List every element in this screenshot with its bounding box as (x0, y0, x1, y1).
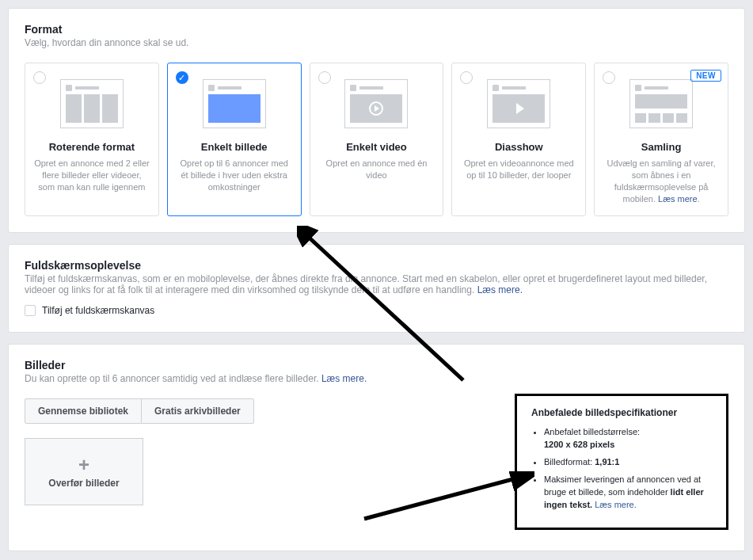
fullscreen-title: Fuldskærmsoplevelse (25, 259, 728, 272)
card-desc: Opret en annonce med én video (318, 158, 435, 181)
card-desc: Opret en annonce med 2 eller flere bille… (33, 158, 150, 193)
thumb-samling (603, 73, 720, 135)
format-card-diasshow[interactable]: Diasshow Opret en videoannonce med op ti… (451, 63, 586, 216)
thumb-enkelt-billede (176, 73, 293, 135)
images-left-col: Gennemse bibliotek Gratis arkivbilleder … (25, 398, 483, 505)
plus-icon: + (78, 455, 89, 474)
images-title: Billeder (25, 359, 728, 371)
specs-heading: Anbefalede billedspecifikationer (531, 407, 712, 418)
stock-images-button[interactable]: Gratis arkivbilleder (142, 398, 254, 424)
card-title: Enkelt billede (176, 141, 293, 153)
format-card-enkelt-video[interactable]: Enkelt video Opret en annonce med én vid… (310, 63, 444, 216)
fullscreen-link-laes-mere[interactable]: Læs mere. (477, 284, 523, 295)
thumb-enkelt-video (318, 73, 435, 135)
card-title: Roterende format (33, 141, 150, 153)
specs-link-laes-mere[interactable]: Læs mere. (595, 500, 637, 509)
radio-icon (33, 71, 46, 84)
fullscreen-checkbox-label: Tilføj et fuldskærmskanvas (42, 305, 154, 316)
images-panel: Billeder Du kan oprette op til 6 annonce… (8, 344, 745, 551)
card-desc: Udvælg en samling af varer, som åbnes i … (603, 158, 720, 204)
checkbox-icon[interactable] (25, 305, 36, 316)
format-title: Format (25, 23, 728, 36)
card-desc: Opret op til 6 annoncer med ét billede i… (176, 158, 293, 193)
new-badge: NEW (690, 70, 721, 82)
images-desc: Du kan oprette op til 6 annoncer samtidi… (25, 373, 728, 384)
specs-list: Anbefalet billedstørrelse: 1200 x 628 pi… (531, 426, 712, 512)
format-card-enkelt-billede[interactable]: ✓ Enkelt billede Opret op til 6 annoncer… (167, 63, 302, 216)
thumb-diasshow (460, 73, 577, 135)
fullscreen-checkbox-row[interactable]: Tilføj et fuldskærmskanvas (25, 305, 728, 316)
upload-label: Overfør billeder (48, 478, 119, 489)
radio-icon (318, 71, 331, 84)
specs-item-size: Anbefalet billedstørrelse: 1200 x 628 pi… (544, 426, 712, 451)
images-body: Gennemse bibliotek Gratis arkivbilleder … (25, 398, 728, 535)
card-link-laes-mere[interactable]: Læs mere (658, 194, 698, 204)
format-panel: Format Vælg, hvordan din annonce skal se… (8, 8, 745, 233)
format-card-row: Roterende format Opret en annonce med 2 … (25, 63, 728, 216)
card-title: Enkelt video (318, 141, 435, 153)
browse-library-button[interactable]: Gennemse bibliotek (25, 398, 142, 424)
radio-selected-icon: ✓ (176, 71, 188, 84)
images-link-laes-mere[interactable]: Læs mere. (321, 373, 367, 384)
format-card-roterende[interactable]: Roterende format Opret en annonce med 2 … (25, 63, 159, 216)
specs-item-text: Maksimer leveringen af annoncen ved at b… (544, 474, 712, 512)
images-button-group: Gennemse bibliotek Gratis arkivbilleder (25, 398, 483, 424)
card-desc: Opret en videoannonce med op til 10 bill… (460, 158, 577, 181)
format-card-samling[interactable]: NEW Samling Udvælg en samling af varer, … (594, 63, 728, 216)
fullscreen-panel: Fuldskærmsoplevelse Tilføj et fuldskærms… (8, 244, 745, 333)
card-title: Samling (603, 141, 720, 153)
upload-images-button[interactable]: + Overfør billeder (25, 438, 143, 505)
image-specs-box: Anbefalede billedspecifikationer Anbefal… (515, 394, 728, 530)
fullscreen-desc: Tilføj et fuldskærmskanvas, som er en mo… (25, 273, 728, 295)
card-title: Diasshow (460, 141, 577, 153)
format-subtitle: Vælg, hvordan din annonce skal se ud. (25, 37, 728, 48)
thumb-roterende (33, 73, 150, 135)
specs-item-format: Billedformat: 1,91:1 (544, 456, 712, 469)
